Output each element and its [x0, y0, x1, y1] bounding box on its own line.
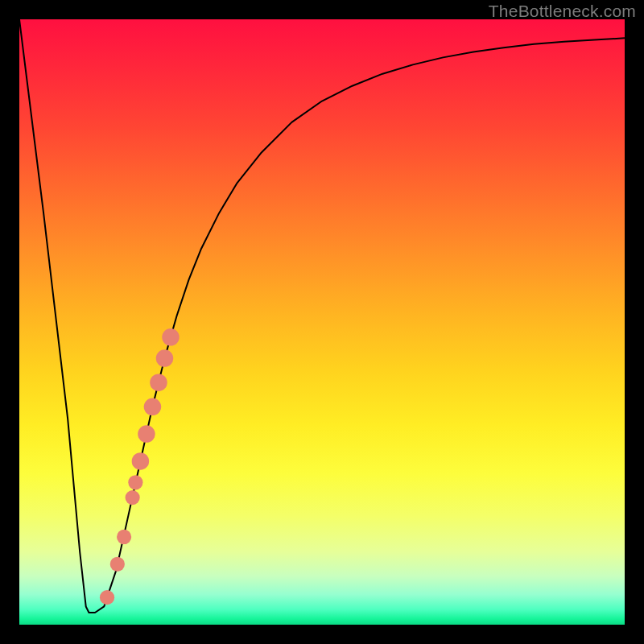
watermark-text: TheBottleneck.com	[489, 2, 636, 21]
marker-dot	[132, 452, 150, 470]
marker-dot	[150, 374, 167, 391]
highlighted-segment	[100, 328, 180, 605]
marker-dot	[110, 557, 125, 572]
chart-frame: TheBottleneck.com	[0, 0, 644, 644]
chart-svg	[19, 19, 625, 625]
curve-line	[19, 19, 625, 613]
marker-dot	[144, 398, 162, 416]
marker-dot	[100, 590, 114, 605]
marker-dot	[126, 490, 140, 505]
marker-dot	[162, 328, 180, 346]
bottleneck-curve	[19, 19, 625, 613]
marker-dot	[156, 349, 174, 367]
plot-area	[19, 19, 625, 625]
marker-dot	[128, 475, 142, 489]
marker-dot	[117, 530, 131, 544]
marker-dot	[138, 425, 155, 443]
